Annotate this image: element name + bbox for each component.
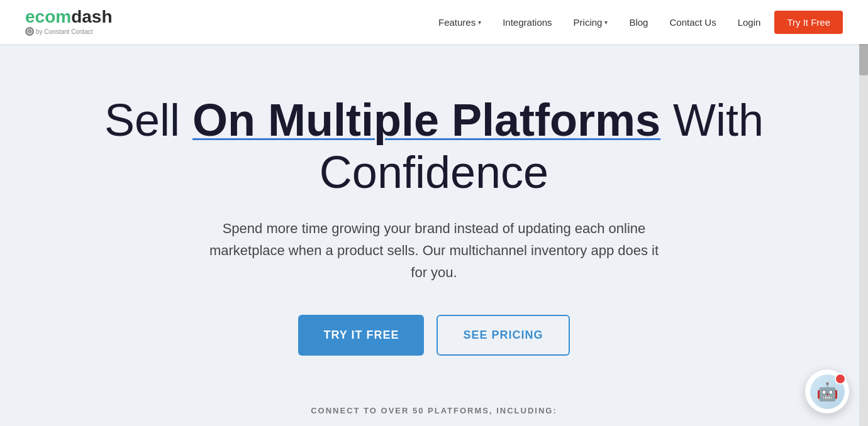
scrollbar[interactable] <box>859 0 868 426</box>
nav-label-features: Features <box>438 17 476 28</box>
nav-item-integrations[interactable]: Integrations <box>495 12 559 33</box>
hero-subtitle: Spend more time growing your brand inste… <box>208 217 660 284</box>
nav-label-blog: Blog <box>629 17 648 28</box>
pricing-dropdown-icon: ▾ <box>604 19 608 26</box>
nav-item-blog[interactable]: Blog <box>621 12 655 33</box>
nav-label-login: Login <box>738 17 761 28</box>
chatbot-icon: 🤖 <box>810 374 845 409</box>
hero-title-highlight: On Multiple Platforms <box>192 95 660 145</box>
features-dropdown-icon: ▾ <box>478 19 481 26</box>
nav-cta-button[interactable]: Try It Free <box>774 11 843 34</box>
logo-text: ecomdash <box>25 8 113 26</box>
nav-links: Features ▾ Integrations Pricing ▾ Blog C… <box>431 11 843 34</box>
nav-cta-label: Try It Free <box>787 17 830 28</box>
logo-subtitle: c by Constant Contact <box>25 27 93 36</box>
constant-contact-icon: c <box>25 27 34 36</box>
try-it-free-button[interactable]: TRY IT FREE <box>298 315 424 356</box>
nav-link-login[interactable]: Login <box>730 12 769 33</box>
hero-buttons: TRY IT FREE SEE PRICING <box>298 315 569 356</box>
svg-text:c: c <box>28 30 31 34</box>
logo-prefix: ecom <box>25 7 71 26</box>
hero-title: Sell On Multiple Platforms With Confiden… <box>88 94 780 199</box>
nav-label-contact: Contact Us <box>669 17 716 28</box>
hero-title-part1: Sell <box>104 95 192 145</box>
logo-sub-text: by Constant Contact <box>36 28 93 35</box>
navbar: ecomdash c by Constant Contact Features … <box>0 0 868 44</box>
hero-section: Sell On Multiple Platforms With Confiden… <box>0 44 868 426</box>
nav-item-cta[interactable]: Try It Free <box>774 11 843 34</box>
chatbot-notification-badge <box>835 373 846 385</box>
nav-item-login[interactable]: Login <box>730 12 769 33</box>
chatbot-widget[interactable]: 🤖 <box>805 369 849 413</box>
nav-label-integrations: Integrations <box>503 17 552 28</box>
nav-link-features[interactable]: Features ▾ <box>431 12 489 33</box>
logo-suffix: dash <box>71 7 112 26</box>
chatbot-emoji: 🤖 <box>816 381 838 402</box>
nav-link-blog[interactable]: Blog <box>621 12 655 33</box>
nav-item-features[interactable]: Features ▾ <box>431 12 489 33</box>
nav-item-pricing[interactable]: Pricing ▾ <box>566 12 616 33</box>
nav-link-contact[interactable]: Contact Us <box>662 12 723 33</box>
nav-item-contact[interactable]: Contact Us <box>662 12 723 33</box>
see-pricing-button[interactable]: SEE PRICING <box>437 315 569 356</box>
logo[interactable]: ecomdash c by Constant Contact <box>25 8 113 36</box>
nav-link-pricing[interactable]: Pricing ▾ <box>566 12 616 33</box>
nav-link-integrations[interactable]: Integrations <box>495 12 559 33</box>
nav-label-pricing: Pricing <box>574 17 603 28</box>
connect-label: CONNECT TO OVER 50 PLATFORMS, INCLUDING: <box>311 406 557 415</box>
